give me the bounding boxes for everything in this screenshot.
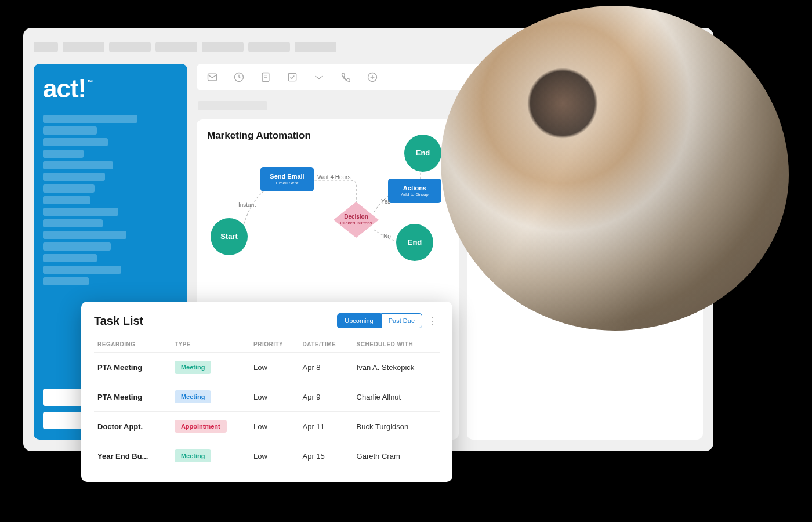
phone-icon[interactable] [339,71,352,84]
type-badge: Appointment [175,420,227,433]
edge-yes-label: Yes [381,198,390,205]
cell-regarding: PTA Meeting [94,353,171,382]
cell-with: Buck Turgidson [353,412,440,441]
type-badge: Meeting [175,390,212,403]
sidebar-item[interactable] [43,231,126,239]
check-icon[interactable] [286,71,299,84]
cell-regarding: PTA Meeting [94,382,171,412]
flow-end-node[interactable]: End [396,224,433,261]
topbar-stub [63,42,104,52]
edge-wait-label: Wait 4 Hours [317,174,350,180]
hero-photo [441,6,789,331]
clock-icon[interactable] [233,71,245,84]
tasklist-title: Task List [94,314,143,328]
sidebar-item[interactable] [43,208,118,216]
tasklist-card: Task List Upcoming Past Due ⋮ REGARDINGT… [81,302,452,482]
table-row[interactable]: Year End Bu...MeetingLowApr 15Gareth Cra… [94,441,440,471]
note-icon[interactable] [259,71,272,84]
cell-type: Meeting [171,441,250,471]
sidebar-item[interactable] [43,219,103,227]
handshake-icon[interactable] [313,71,325,84]
type-badge: Meeting [175,361,212,374]
upcoming-tab[interactable]: Upcoming [337,313,381,328]
past-due-tab[interactable]: Past Due [381,313,422,328]
sidebar-item[interactable] [43,138,108,146]
brand-logo: act!™ [43,74,178,103]
flow-actions-node[interactable]: Actions Add to Group [388,179,441,203]
cell-date: Apr 9 [299,382,353,412]
flow-start-node[interactable]: Start [211,218,248,255]
cell-type: Meeting [171,382,250,412]
type-badge: Meeting [175,449,212,462]
mail-icon[interactable] [206,71,219,84]
plus-icon[interactable] [366,71,379,84]
edge-instant-label: Instant [238,202,256,208]
table-row[interactable]: PTA MeetingMeetingLowApr 8Ivan A. Stekop… [94,353,440,382]
sidebar-item[interactable] [43,184,95,193]
cell-regarding: Year End Bu... [94,441,171,471]
sidebar-item[interactable] [43,254,97,262]
svg-rect-1 [208,74,217,81]
sidebar-item[interactable] [43,266,121,274]
sidebar-item[interactable] [43,150,84,158]
sidebar-items [43,115,178,285]
topbar-stub [248,42,290,52]
cell-type: Meeting [171,353,250,382]
edge-no-label: No [383,233,391,240]
tasklist-column-header: SCHEDULED WITH [353,336,440,353]
more-icon[interactable]: ⋮ [426,316,440,327]
table-row[interactable]: PTA MeetingMeetingLowApr 9Charlie Allnut [94,382,440,412]
tasklist-column-header: PRIORITY [250,336,299,353]
flow-end-node-2[interactable]: End [404,135,441,172]
cell-priority: Low [250,412,299,441]
cell-type: Appointment [171,412,250,441]
flow-send-email-node[interactable]: Send Email Email Sent [260,167,314,191]
tasklist-toggle: Upcoming Past Due ⋮ [337,313,440,328]
cell-date: Apr 11 [299,412,353,441]
flow-canvas: Start Send Email Email Sent Decision Cli… [207,148,448,264]
topbar-stub [34,42,58,52]
tasklist-column-header: REGARDING [94,336,171,353]
cell-priority: Low [250,441,299,471]
sidebar-item[interactable] [43,242,111,251]
cell-date: Apr 8 [299,353,353,382]
cell-priority: Low [250,382,299,412]
cell-with: Gareth Cram [353,441,440,471]
tasklist-column-header: DATE/TIME [299,336,353,353]
cell-regarding: Doctor Appt. [94,412,171,441]
sidebar-item[interactable] [43,126,97,135]
stub-heading [198,101,267,110]
tasklist-table: REGARDINGTYPEPRIORITYDATE/TIMESCHEDULED … [94,336,440,470]
table-row[interactable]: Doctor Appt.AppointmentLowApr 11Buck Tur… [94,412,440,441]
flow-decision-node[interactable]: Decision Clicked Buttons [334,202,379,238]
sidebar-item[interactable] [43,196,90,204]
cell-with: Charlie Allnut [353,382,440,412]
sidebar-item[interactable] [43,115,137,123]
topbar-stub [202,42,244,52]
topbar-stub [109,42,151,52]
svg-rect-4 [288,73,296,81]
cell-date: Apr 15 [299,441,353,471]
tasklist-head: Task List Upcoming Past Due ⋮ [94,313,440,328]
cell-priority: Low [250,353,299,382]
topbar-stub [295,42,336,52]
tasklist-column-header: TYPE [171,336,250,353]
cell-with: Ivan A. Stekopick [353,353,440,382]
sidebar-item[interactable] [43,277,89,285]
topbar-stub [155,42,197,52]
sidebar-item[interactable] [43,161,113,169]
sidebar-item[interactable] [43,173,105,181]
